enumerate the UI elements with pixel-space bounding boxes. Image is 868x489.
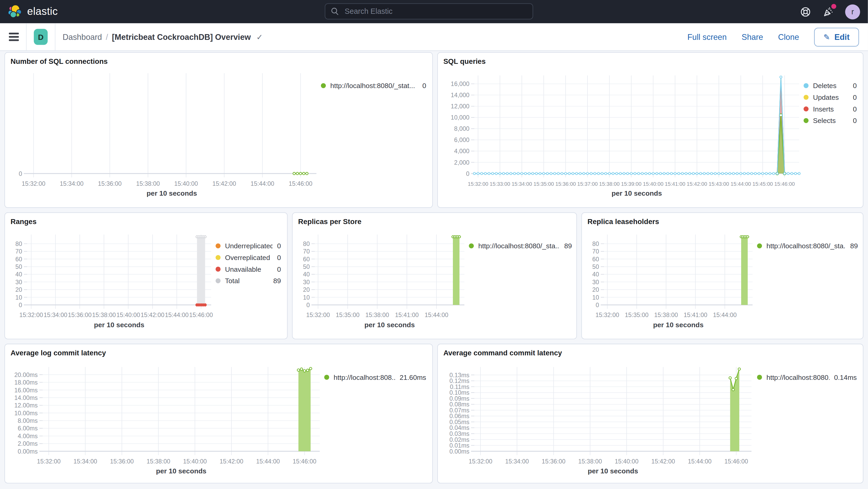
svg-text:15:35:00: 15:35:00 bbox=[625, 312, 648, 318]
svg-text:20: 20 bbox=[16, 286, 22, 293]
svg-text:0: 0 bbox=[19, 171, 22, 177]
legend-item[interactable]: http://localhost:8080/_stat...0 bbox=[321, 80, 426, 91]
svg-text:15:46:00: 15:46:00 bbox=[724, 458, 748, 465]
svg-text:30: 30 bbox=[16, 279, 22, 285]
svg-text:0.02ms: 0.02ms bbox=[450, 436, 469, 443]
legend-item[interactable]: Underreplicated0 bbox=[216, 240, 281, 252]
chart-ranges[interactable]: 0102030405060708015:32:0015:34:0015:36:0… bbox=[10, 229, 215, 341]
breadcrumb-dashboard[interactable]: Dashboard bbox=[62, 32, 102, 41]
legend-value: 0 bbox=[848, 94, 857, 101]
svg-text:70: 70 bbox=[16, 248, 22, 255]
svg-text:15:42:00: 15:42:00 bbox=[651, 458, 675, 465]
space-badge[interactable]: D bbox=[34, 29, 48, 45]
svg-text:40: 40 bbox=[303, 271, 310, 278]
legend-label: Total bbox=[225, 277, 240, 285]
svg-text:15:32:00: 15:32:00 bbox=[468, 181, 488, 187]
legend-item[interactable]: Inserts0 bbox=[804, 103, 857, 115]
chart-replica-leaseholders[interactable]: 0102030405060708015:32:0015:35:0015:38:0… bbox=[588, 229, 757, 341]
svg-text:20.00ms: 20.00ms bbox=[14, 371, 38, 378]
svg-text:per 10 seconds: per 10 seconds bbox=[612, 189, 662, 197]
top-header-bar: elastic bbox=[0, 0, 868, 23]
menu-icon[interactable] bbox=[9, 33, 19, 41]
svg-text:20: 20 bbox=[303, 286, 310, 293]
svg-text:15:36:00: 15:36:00 bbox=[68, 312, 92, 318]
svg-text:15:46:00: 15:46:00 bbox=[288, 180, 312, 187]
chart-average-log-commit-latency[interactable]: 0.00ms2.00ms4.00ms6.00ms8.00ms10.00ms12.… bbox=[10, 360, 324, 485]
help-button[interactable] bbox=[800, 6, 811, 17]
chart-legend: http://localhost:8080/_stat...0 bbox=[321, 69, 427, 208]
svg-text:16.00ms: 16.00ms bbox=[14, 387, 38, 394]
svg-text:15:44:00: 15:44:00 bbox=[731, 181, 751, 187]
brand-wordmark: elastic bbox=[27, 5, 58, 18]
legend-item[interactable]: Overreplicated0 bbox=[216, 252, 281, 264]
panel-average-command-commit-latency: Average command commit latency 0.00ms0.0… bbox=[437, 344, 863, 483]
svg-text:15:41:00: 15:41:00 bbox=[395, 312, 419, 318]
legend-color-dot bbox=[216, 278, 221, 283]
svg-text:15:35:00: 15:35:00 bbox=[533, 181, 554, 187]
svg-text:6.00ms: 6.00ms bbox=[18, 425, 38, 432]
user-avatar[interactable]: r bbox=[845, 4, 860, 19]
legend-item[interactable]: http://localhost:808...21.60ms bbox=[324, 371, 426, 383]
svg-text:15:34:00: 15:34:00 bbox=[512, 181, 532, 187]
share-link[interactable]: Share bbox=[742, 32, 763, 41]
svg-text:15:39:00: 15:39:00 bbox=[621, 181, 642, 187]
legend-item[interactable]: Deletes0 bbox=[804, 80, 857, 91]
svg-text:15:46:00: 15:46:00 bbox=[293, 458, 316, 465]
svg-text:10,000: 10,000 bbox=[451, 114, 469, 121]
panel-number-of-sql-connections: Number of SQL connections 015:32:0015:34… bbox=[4, 52, 433, 208]
svg-text:0.10ms: 0.10ms bbox=[450, 389, 469, 396]
clone-link[interactable]: Clone bbox=[778, 32, 799, 41]
legend-label: Unavailable bbox=[225, 265, 261, 273]
svg-text:15:32:00: 15:32:00 bbox=[306, 312, 330, 318]
panel-ranges: Ranges 0102030405060708015:32:0015:34:00… bbox=[4, 212, 287, 339]
svg-text:15:32:00: 15:32:00 bbox=[596, 312, 619, 318]
search-icon bbox=[331, 7, 339, 16]
legend-label: http://localhost:8080/_stat... bbox=[330, 82, 415, 90]
svg-text:15:40:00: 15:40:00 bbox=[116, 312, 140, 318]
global-search[interactable] bbox=[325, 3, 533, 20]
legend-item[interactable]: Unavailable0 bbox=[216, 264, 281, 275]
legend-item[interactable]: http://localhost:8080/_sta...89 bbox=[469, 240, 572, 252]
svg-text:15:44:00: 15:44:00 bbox=[713, 312, 737, 318]
svg-text:30: 30 bbox=[303, 279, 310, 285]
svg-text:70: 70 bbox=[303, 248, 310, 255]
news-button[interactable] bbox=[823, 6, 834, 17]
svg-text:15:42:00: 15:42:00 bbox=[220, 458, 243, 465]
edit-button[interactable]: ✎ Edit bbox=[814, 27, 859, 46]
chart-sql-queries[interactable]: 02,0004,0006,0008,00010,00012,00014,0001… bbox=[443, 69, 803, 208]
legend-item[interactable]: http://localhost:8080...0.14ms bbox=[757, 371, 857, 383]
chart-number-of-sql-connections[interactable]: 015:32:0015:34:0015:36:0015:38:0015:40:0… bbox=[10, 69, 321, 208]
svg-text:15:38:00: 15:38:00 bbox=[136, 180, 160, 187]
chart-legend: Deletes0Updates0Inserts0Selects0 bbox=[804, 69, 858, 208]
page-title: [Metricbeat CockroachDB] Overview bbox=[112, 32, 251, 41]
chart-average-command-commit-latency[interactable]: 0.00ms0.01ms0.02ms0.03ms0.04ms0.05ms0.06… bbox=[443, 360, 757, 485]
legend-item[interactable]: Selects0 bbox=[804, 115, 857, 126]
chart-legend: http://localhost:8080/_sta...89 bbox=[757, 229, 859, 341]
kibana-app: elastic bbox=[0, 0, 868, 489]
edit-button-label: Edit bbox=[834, 32, 849, 41]
legend-item[interactable]: Updates0 bbox=[804, 91, 857, 103]
svg-text:15:42:00: 15:42:00 bbox=[141, 312, 164, 318]
elastic-logo[interactable]: elastic bbox=[8, 4, 58, 19]
svg-text:0: 0 bbox=[596, 302, 599, 308]
check-icon[interactable]: ✓ bbox=[256, 32, 263, 41]
svg-text:15:42:00: 15:42:00 bbox=[212, 180, 236, 187]
svg-text:15:34:00: 15:34:00 bbox=[73, 458, 97, 465]
svg-text:15:38:00: 15:38:00 bbox=[654, 312, 678, 318]
legend-label: Updates bbox=[813, 94, 839, 101]
svg-text:0.07ms: 0.07ms bbox=[450, 407, 469, 414]
svg-text:15:40:00: 15:40:00 bbox=[174, 180, 198, 187]
svg-text:4,000: 4,000 bbox=[454, 148, 469, 154]
svg-text:60: 60 bbox=[592, 256, 599, 263]
chart-replicas-per-store[interactable]: 0102030405060708015:32:0015:35:0015:38:0… bbox=[298, 229, 469, 341]
legend-item[interactable]: http://localhost:8080/_sta...89 bbox=[757, 240, 858, 252]
panel-replica-leaseholders: Replica leaseholders 0102030405060708015… bbox=[581, 212, 863, 339]
full-screen-link[interactable]: Full screen bbox=[687, 32, 726, 41]
svg-text:8.00ms: 8.00ms bbox=[18, 417, 38, 424]
chart-legend: http://localhost:8080...0.14ms bbox=[757, 360, 858, 485]
svg-text:per 10 seconds: per 10 seconds bbox=[653, 321, 704, 329]
search-input[interactable] bbox=[343, 7, 527, 16]
legend-color-dot bbox=[804, 118, 809, 123]
legend-value: 0 bbox=[848, 82, 857, 90]
legend-item[interactable]: Total89 bbox=[216, 275, 281, 286]
